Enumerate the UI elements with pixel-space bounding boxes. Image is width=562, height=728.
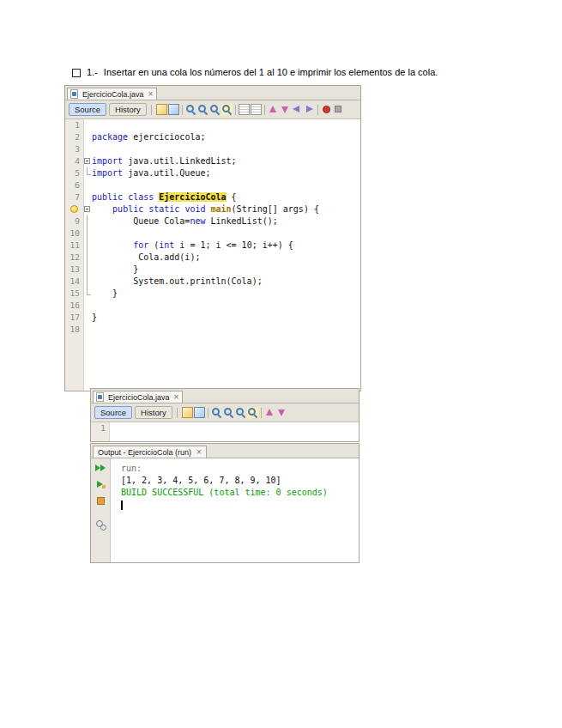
last-edit-icon[interactable]	[156, 104, 167, 115]
history-button[interactable]: History	[109, 103, 147, 116]
line-number: 1	[65, 119, 83, 131]
line-number: 18	[65, 324, 83, 336]
line-number: 12	[65, 252, 83, 264]
line-number: 1	[91, 422, 109, 434]
task-checkbox[interactable]	[72, 69, 81, 77]
code-line: 1	[91, 422, 359, 434]
fold-column	[83, 143, 92, 155]
tab-close-icon[interactable]: ×	[196, 448, 202, 457]
find-selection-icon[interactable]	[211, 407, 222, 418]
toolbar-separator	[151, 105, 152, 115]
code-line: 4import java.util.LinkedList;	[65, 155, 360, 167]
rerun-icon[interactable]	[95, 463, 106, 474]
fold-column	[109, 422, 118, 434]
output-console[interactable]: run:[1, 2, 3, 4, 5, 6, 7, 8, 9, 10]BUILD…	[111, 458, 359, 562]
tab-ejerciciocola[interactable]: EjercicioCola.java ×	[67, 88, 157, 100]
text-cursor	[121, 500, 123, 510]
java-file-icon	[95, 392, 106, 403]
code-lines: 12package ejerciciocola;34import java.ut…	[65, 119, 360, 336]
comment-icon[interactable]	[239, 104, 250, 115]
previous-bookmark-icon[interactable]	[264, 407, 275, 418]
warning-bulb-icon[interactable]	[65, 203, 83, 215]
code-text: Cola.add(i);	[92, 252, 200, 264]
code-line: 14 System.out.println(Cola);	[65, 276, 360, 288]
code-text: public static void main(String[] args) {	[92, 203, 319, 215]
line-number: 3	[65, 143, 83, 155]
uncomment-icon[interactable]	[251, 104, 262, 115]
toolbar-separator	[261, 408, 262, 418]
fold-column	[83, 264, 92, 276]
line-number: 2	[65, 131, 83, 143]
fold-column	[83, 179, 92, 191]
output-tab-label: Output - EjercicioCola (run)	[98, 448, 191, 457]
tab-close-icon[interactable]: ×	[148, 90, 154, 99]
line-number: 10	[65, 228, 83, 240]
next-bookmark-icon[interactable]	[276, 407, 287, 418]
code-line: public static void main(String[] args) {	[65, 203, 360, 215]
line-number: 16	[65, 300, 83, 312]
editor-toolbar-secondary: Source History	[91, 403, 359, 422]
history-button[interactable]: History	[135, 406, 172, 419]
output-action-rail	[91, 458, 111, 562]
fold-toggle-icon[interactable]	[83, 203, 92, 215]
fold-column	[83, 252, 92, 264]
fold-toggle-icon[interactable]	[83, 155, 92, 167]
code-line: 6	[65, 179, 360, 191]
find-previous-icon[interactable]	[235, 407, 246, 418]
toggle-highlight-icon[interactable]	[221, 104, 233, 115]
line-number: 13	[65, 264, 83, 276]
find-previous-icon[interactable]	[209, 104, 221, 115]
shift-right-icon[interactable]	[304, 104, 315, 115]
ant-settings-icon[interactable]	[95, 519, 106, 531]
find-next-icon[interactable]	[197, 104, 208, 115]
code-line: 18	[65, 324, 360, 336]
code-line: 15 }	[65, 288, 360, 300]
ide-window-main: EjercicioCola.java × Source History 12pa…	[64, 85, 361, 391]
output-line: run:	[121, 463, 359, 475]
source-button[interactable]: Source	[69, 103, 106, 116]
start-macro-icon[interactable]	[321, 104, 332, 115]
diff-icon[interactable]	[194, 407, 205, 418]
code-text: for (int i = 1; i <= 10; i++) {	[92, 240, 293, 252]
shift-left-icon[interactable]	[292, 104, 303, 115]
fold-column	[83, 119, 92, 131]
output-line	[121, 499, 359, 511]
code-line: 11 for (int i = 1; i <= 10; i++) {	[65, 240, 360, 252]
find-selection-icon[interactable]	[185, 104, 196, 115]
tab-close-icon[interactable]: ×	[174, 393, 179, 402]
rerun-alt-icon[interactable]	[95, 479, 106, 490]
code-editor[interactable]: 12package ejerciciocola;34import java.ut…	[65, 119, 360, 391]
code-text: }	[92, 288, 118, 300]
code-line: 12 Cola.add(i);	[65, 252, 360, 264]
tab-label: EjercicioCola.java	[108, 393, 170, 402]
previous-bookmark-icon[interactable]	[268, 104, 279, 115]
editor-toolbar-icons	[156, 104, 344, 115]
stop-build-icon[interactable]	[95, 495, 106, 507]
code-line: 2package ejerciciocola;	[65, 131, 360, 143]
code-text: import java.util.LinkedList;	[92, 155, 237, 167]
tab-output-run[interactable]: Output - EjercicioCola (run) ×	[93, 446, 207, 458]
code-editor-secondary[interactable]: 1	[91, 422, 359, 441]
last-edit-icon[interactable]	[182, 407, 193, 418]
line-number: 5	[65, 167, 83, 179]
editor-tab-bar-secondary: EjercicioCola.java ×	[91, 389, 359, 403]
code-text: public class EjercicioCola {	[92, 191, 237, 203]
next-bookmark-icon[interactable]	[280, 104, 291, 115]
code-line: 7public class EjercicioCola {	[65, 191, 360, 203]
fold-column	[83, 276, 92, 288]
fold-column	[83, 215, 92, 228]
find-next-icon[interactable]	[223, 407, 234, 418]
fold-column	[83, 131, 92, 143]
source-button[interactable]: Source	[94, 406, 132, 419]
tab-ejerciciocola-secondary[interactable]: EjercicioCola.java ×	[93, 391, 183, 403]
code-line: 5import java.util.Queue;	[65, 167, 360, 179]
output-tab-bar: Output - EjercicioCola (run) ×	[91, 444, 359, 458]
stop-macro-icon[interactable]	[333, 104, 344, 115]
fold-column	[83, 191, 92, 203]
diff-icon[interactable]	[168, 104, 179, 115]
toggle-highlight-icon[interactable]	[247, 407, 258, 418]
line-number: 4	[65, 155, 83, 167]
fold-column	[83, 167, 92, 179]
fold-column	[83, 312, 92, 324]
fold-column	[83, 288, 92, 300]
